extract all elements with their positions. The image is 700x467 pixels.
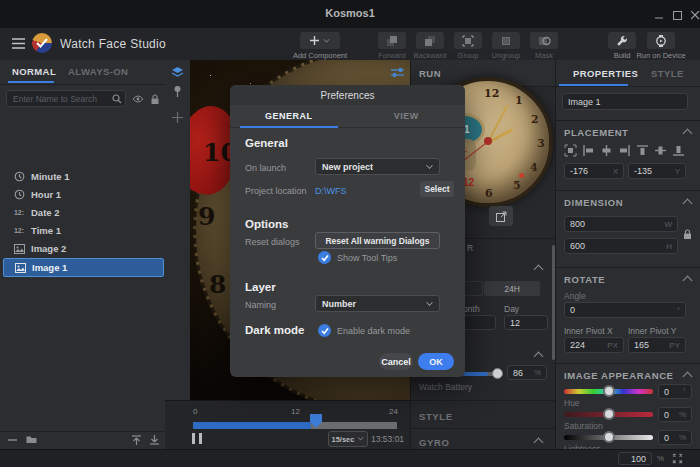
enable-dark-mode-checkbox[interactable] [318,324,331,337]
tab-general[interactable]: GENERAL [230,105,348,127]
tab-view[interactable]: VIEW [348,105,466,127]
timeline-track[interactable] [193,422,397,429]
position-x-input[interactable]: -176X [564,163,624,179]
lightness-value-input[interactable]: 0% [658,430,692,445]
minimize-button[interactable] [652,9,666,21]
on-launch-select[interactable]: New project [315,158,440,175]
battery-value-input[interactable]: 86% [507,365,547,380]
delete-layer-icon[interactable] [8,438,17,442]
adjust-sliders-icon[interactable] [391,66,404,79]
angle-input[interactable]: 0° [564,302,686,318]
backward-button[interactable] [416,32,444,49]
tab-style[interactable]: STYLE [651,68,684,79]
tab-properties[interactable]: PROPERTIES [573,68,638,79]
section-style[interactable]: STYLE [419,411,453,422]
build-button[interactable] [608,32,636,49]
dialog-title: Preferences [230,85,465,105]
layer-item-image1-selected[interactable]: Image 1 [3,258,164,277]
hue-slider-handle[interactable] [603,385,615,397]
layers-icon[interactable] [171,66,184,79]
digits-icon: 12: [13,227,25,234]
move-to-top-icon[interactable] [132,435,141,445]
align-bottom-icon[interactable] [672,144,685,157]
section-collapse-icon[interactable] [683,199,693,209]
project-location-label: Project location [245,186,307,196]
lightness-slider[interactable] [564,435,653,440]
search-input[interactable] [6,90,126,107]
active-tab-underline [559,84,628,86]
visibility-toggle-icon[interactable] [132,94,144,104]
chevron-down-icon [324,36,330,42]
height-input[interactable]: 600H [564,238,678,254]
day-input[interactable]: 12 [504,315,548,330]
pivot-y-input[interactable]: 165PY [628,337,686,353]
align-center-horizontal-icon[interactable] [600,144,613,157]
canvas-zoom-input[interactable]: 100 [618,452,652,465]
maximize-button[interactable] [670,9,684,21]
divider [556,363,700,364]
add-component-button[interactable] [300,32,340,49]
fit-to-screen-icon[interactable] [672,453,683,464]
layer-name-input[interactable]: Image 1 [562,93,688,110]
naming-select[interactable]: Number [315,295,440,312]
section-collapse-icon[interactable] [534,265,544,275]
zoom-plus-icon[interactable] [172,112,183,123]
tab-always-on[interactable]: ALWAYS-ON [68,66,128,77]
pause-button[interactable] [192,433,202,444]
mask-button[interactable] [530,32,558,49]
section-gyro[interactable]: GYRO [419,437,449,448]
open-preview-window-button[interactable] [489,206,513,226]
layer-item-minute[interactable]: Minute 1 [3,168,162,185]
image-icon [14,263,26,273]
cancel-button[interactable]: Cancel [379,353,413,370]
hue-value-input[interactable]: 0° [658,384,692,399]
battery-slider-handle[interactable] [492,368,503,379]
run-on-device-button[interactable] [647,32,675,49]
project-location-link[interactable]: D:\WFS [315,186,347,196]
forward-button[interactable] [378,32,406,49]
day-label: Day [504,304,519,314]
ungroup-button[interactable] [492,32,520,49]
format-24h-button[interactable]: 24H [484,281,540,296]
truncated-label: R [467,243,473,253]
saturation-slider[interactable] [564,412,653,417]
layer-item-image2[interactable]: Image 2 [3,240,162,257]
aspect-lock-icon[interactable] [683,229,692,240]
position-y-input[interactable]: -135Y [628,163,686,179]
hamburger-menu-icon[interactable] [12,38,25,49]
close-button[interactable] [688,9,700,21]
layer-item-time[interactable]: 12: Time 1 [3,222,162,239]
align-left-icon[interactable] [582,144,595,157]
align-right-icon[interactable] [618,144,631,157]
layer-item-hour[interactable]: Hour 1 [3,186,162,203]
align-center-vertical-icon[interactable] [654,144,667,157]
lock-toggle-icon[interactable] [150,94,160,105]
section-collapse-icon[interactable] [534,352,544,362]
ok-button[interactable]: OK [418,353,454,370]
align-top-icon[interactable] [636,144,649,157]
frame-rate-dropdown[interactable]: 15/sec [328,431,368,447]
saturation-value-input[interactable]: 0% [658,407,692,422]
show-tooltips-checkbox[interactable] [318,251,331,264]
width-input[interactable]: 800W [564,216,678,232]
section-collapse-icon[interactable] [534,438,544,448]
align-center-both-icon[interactable] [564,144,577,157]
reset-warning-dialogs-button[interactable]: Reset All warning Dialogs [315,232,440,249]
clock-icon [13,171,25,182]
lightness-slider-handle[interactable] [603,431,615,443]
tab-run[interactable]: RUN [419,68,441,79]
digits-icon: 12: [13,209,25,216]
tab-normal[interactable]: NORMAL [12,66,56,77]
hue-slider[interactable] [564,389,653,394]
layer-item-date[interactable]: 12: Date 2 [3,204,162,221]
section-collapse-icon[interactable] [683,129,693,139]
folder-icon[interactable] [26,435,37,444]
section-collapse-icon[interactable] [683,276,693,286]
section-collapse-icon[interactable] [683,372,693,382]
move-to-bottom-icon[interactable] [150,435,159,445]
group-button[interactable] [454,32,482,49]
pivot-x-input[interactable]: 224PX [564,337,624,353]
select-location-button[interactable]: Select [420,181,454,197]
pin-icon[interactable] [173,85,182,98]
saturation-slider-handle[interactable] [603,408,615,420]
